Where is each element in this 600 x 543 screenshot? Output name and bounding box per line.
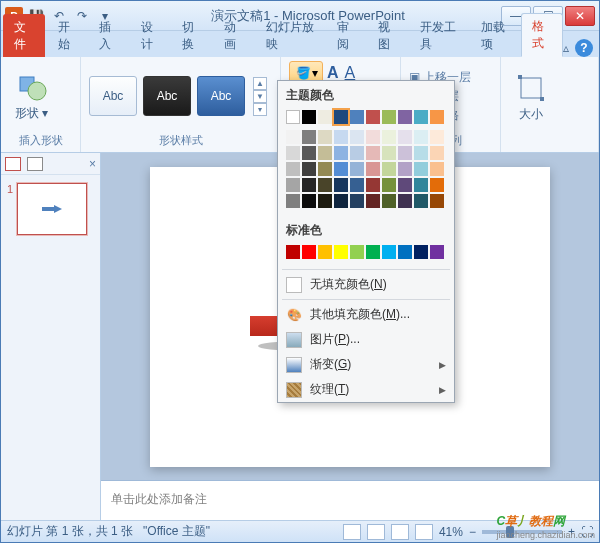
close-button[interactable]: ✕ xyxy=(565,6,595,26)
tab-view[interactable]: 视图 xyxy=(367,14,409,57)
ribbon-collapse-icon[interactable]: ▵ xyxy=(563,41,569,55)
texture-fill-item[interactable]: 纹理(T) ▶ xyxy=(278,377,454,402)
theme-tint-swatch[interactable] xyxy=(350,162,364,176)
theme-tint-swatch[interactable] xyxy=(414,130,428,144)
theme-tint-swatch[interactable] xyxy=(414,194,428,208)
standard-color-swatch[interactable] xyxy=(398,245,412,259)
theme-tint-swatch[interactable] xyxy=(318,146,332,160)
tab-format[interactable]: 格式 xyxy=(521,13,563,57)
theme-tint-swatch[interactable] xyxy=(430,130,444,144)
theme-tint-swatch[interactable] xyxy=(398,130,412,144)
standard-color-swatch[interactable] xyxy=(286,245,300,259)
theme-color-swatch[interactable] xyxy=(302,110,316,124)
tab-insert[interactable]: 插入 xyxy=(88,14,130,57)
theme-tint-swatch[interactable] xyxy=(414,178,428,192)
theme-tint-swatch[interactable] xyxy=(318,178,332,192)
standard-color-swatch[interactable] xyxy=(302,245,316,259)
theme-tint-swatch[interactable] xyxy=(350,146,364,160)
theme-tint-swatch[interactable] xyxy=(366,146,380,160)
theme-tint-swatch[interactable] xyxy=(414,162,428,176)
zoom-out-button[interactable]: − xyxy=(469,525,476,539)
theme-tint-swatch[interactable] xyxy=(334,162,348,176)
theme-tint-swatch[interactable] xyxy=(350,130,364,144)
view-slideshow-button[interactable] xyxy=(415,524,433,540)
size-button[interactable]: 大小 xyxy=(509,68,553,127)
shape-style-2[interactable]: Abc xyxy=(143,76,191,116)
theme-tint-swatch[interactable] xyxy=(430,178,444,192)
tab-design[interactable]: 设计 xyxy=(130,14,172,57)
tab-slideshow[interactable]: 幻灯片放映 xyxy=(255,14,326,57)
theme-tint-swatch[interactable] xyxy=(318,194,332,208)
theme-color-swatch[interactable] xyxy=(414,110,428,124)
theme-tint-swatch[interactable] xyxy=(334,194,348,208)
theme-tint-swatch[interactable] xyxy=(302,178,316,192)
theme-tint-swatch[interactable] xyxy=(334,178,348,192)
theme-tint-swatch[interactable] xyxy=(398,162,412,176)
theme-tint-swatch[interactable] xyxy=(382,130,396,144)
standard-color-swatch[interactable] xyxy=(414,245,428,259)
help-button[interactable]: ? xyxy=(575,39,593,57)
theme-tint-swatch[interactable] xyxy=(286,194,300,208)
theme-tint-swatch[interactable] xyxy=(286,130,300,144)
standard-color-swatch[interactable] xyxy=(366,245,380,259)
theme-color-swatch[interactable] xyxy=(286,110,300,124)
standard-color-swatch[interactable] xyxy=(382,245,396,259)
theme-tint-swatch[interactable] xyxy=(382,146,396,160)
slide-thumbnail-1[interactable]: 1 xyxy=(7,183,94,235)
theme-tint-swatch[interactable] xyxy=(334,130,348,144)
theme-color-swatch[interactable] xyxy=(366,110,380,124)
style-nav-down-icon[interactable]: ▼ xyxy=(253,90,267,103)
theme-tint-swatch[interactable] xyxy=(382,178,396,192)
theme-tint-swatch[interactable] xyxy=(430,146,444,160)
no-fill-item[interactable]: 无填充颜色(N) xyxy=(278,272,454,297)
style-nav-more-icon[interactable]: ▾ xyxy=(253,103,267,116)
picture-fill-item[interactable]: 图片(P)... xyxy=(278,327,454,352)
theme-tint-swatch[interactable] xyxy=(302,130,316,144)
theme-tint-swatch[interactable] xyxy=(286,146,300,160)
view-sorter-button[interactable] xyxy=(367,524,385,540)
shape-style-3[interactable]: Abc xyxy=(197,76,245,116)
theme-tint-swatch[interactable] xyxy=(382,162,396,176)
shape-style-1[interactable]: Abc xyxy=(89,76,137,116)
theme-tint-swatch[interactable] xyxy=(366,130,380,144)
tab-home[interactable]: 开始 xyxy=(47,14,89,57)
theme-tint-swatch[interactable] xyxy=(318,162,332,176)
theme-tint-swatch[interactable] xyxy=(286,162,300,176)
tab-addins[interactable]: 加载项 xyxy=(470,14,521,57)
theme-tint-swatch[interactable] xyxy=(414,146,428,160)
style-nav-up-icon[interactable]: ▲ xyxy=(253,77,267,90)
theme-tint-swatch[interactable] xyxy=(318,130,332,144)
theme-tint-swatch[interactable] xyxy=(302,194,316,208)
theme-color-swatch[interactable] xyxy=(334,110,348,124)
outline-tab-icon[interactable] xyxy=(27,157,43,171)
standard-color-swatch[interactable] xyxy=(318,245,332,259)
standard-color-swatch[interactable] xyxy=(334,245,348,259)
theme-color-swatch[interactable] xyxy=(398,110,412,124)
theme-tint-swatch[interactable] xyxy=(398,146,412,160)
standard-color-swatch[interactable] xyxy=(350,245,364,259)
slides-tab-icon[interactable] xyxy=(5,157,21,171)
theme-tint-swatch[interactable] xyxy=(302,162,316,176)
view-reading-button[interactable] xyxy=(391,524,409,540)
tab-animations[interactable]: 动画 xyxy=(213,14,255,57)
theme-tint-swatch[interactable] xyxy=(382,194,396,208)
tab-review[interactable]: 审阅 xyxy=(326,14,368,57)
theme-tint-swatch[interactable] xyxy=(286,178,300,192)
theme-tint-swatch[interactable] xyxy=(398,178,412,192)
theme-tint-swatch[interactable] xyxy=(350,178,364,192)
gradient-fill-item[interactable]: 渐变(G) ▶ xyxy=(278,352,454,377)
tab-file[interactable]: 文件 xyxy=(3,14,45,57)
tab-transitions[interactable]: 切换 xyxy=(171,14,213,57)
theme-tint-swatch[interactable] xyxy=(302,146,316,160)
view-normal-button[interactable] xyxy=(343,524,361,540)
theme-color-swatch[interactable] xyxy=(350,110,364,124)
thumb-close-icon[interactable]: × xyxy=(89,157,96,171)
theme-tint-swatch[interactable] xyxy=(430,162,444,176)
tab-developer[interactable]: 开发工具 xyxy=(409,14,470,57)
theme-tint-swatch[interactable] xyxy=(350,194,364,208)
theme-tint-swatch[interactable] xyxy=(366,162,380,176)
theme-tint-swatch[interactable] xyxy=(430,194,444,208)
theme-tint-swatch[interactable] xyxy=(366,178,380,192)
theme-tint-swatch[interactable] xyxy=(398,194,412,208)
more-fill-colors-item[interactable]: 🎨 其他填充颜色(M)... xyxy=(278,302,454,327)
